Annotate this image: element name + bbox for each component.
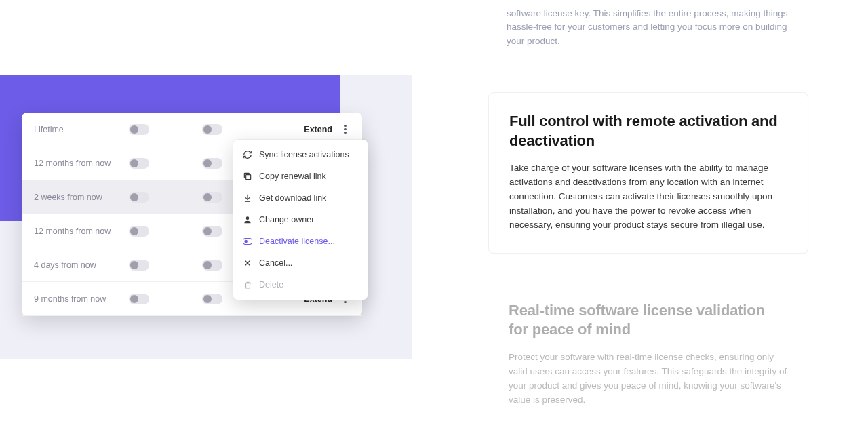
more-options-icon[interactable] <box>340 125 350 134</box>
menu-item-label: Get download link <box>259 193 326 203</box>
extend-button[interactable]: Extend <box>304 125 332 134</box>
toggle-switch[interactable] <box>202 260 222 271</box>
license-duration-label: Lifetime <box>34 125 129 134</box>
trash-icon <box>243 280 252 290</box>
menu-item-label: Cancel... <box>259 258 292 268</box>
menu-item-label: Delete <box>259 280 283 290</box>
toggle-switch[interactable] <box>202 124 222 135</box>
toggle-switch[interactable] <box>129 226 149 237</box>
toggle-switch[interactable] <box>129 294 149 304</box>
svg-rect-0 <box>246 175 251 180</box>
feature-descriptions: Full control with remote activation and … <box>488 92 808 408</box>
feature-card-realtime-validation: Real-time software license validation fo… <box>488 301 808 408</box>
menu-cancel[interactable]: Cancel... <box>233 252 368 274</box>
toggle-switch[interactable] <box>202 226 222 237</box>
menu-delete[interactable]: Delete <box>233 274 368 296</box>
license-duration-label: 2 weeks from now <box>34 193 129 202</box>
toggle-switch[interactable] <box>202 158 222 169</box>
svg-point-3 <box>244 240 248 243</box>
toggle-switch[interactable] <box>202 294 222 304</box>
illustration-background: Lifetime Extend 12 months from now 2 wee… <box>0 75 412 359</box>
license-list-card: Lifetime Extend 12 months from now 2 wee… <box>22 113 362 316</box>
context-menu: Sync license activations Copy renewal li… <box>233 140 368 300</box>
toggle-switch[interactable] <box>129 124 149 135</box>
toggle-switch[interactable] <box>129 260 149 271</box>
menu-sync-activations[interactable]: Sync license activations <box>233 144 368 165</box>
menu-item-label: Copy renewal link <box>259 172 326 181</box>
close-icon <box>243 258 252 268</box>
intro-paragraph-fragment: software license key. This simplifies th… <box>507 7 791 48</box>
feature-card-remote-activation: Full control with remote activation and … <box>488 92 808 254</box>
feature-title: Real-time software license validation fo… <box>509 301 788 340</box>
menu-item-label: Deactivate license... <box>259 237 335 246</box>
license-duration-label: 12 months from now <box>34 159 129 168</box>
download-icon <box>243 193 252 203</box>
menu-copy-renewal[interactable]: Copy renewal link <box>233 165 368 187</box>
toggle-switch[interactable] <box>202 192 222 203</box>
feature-title: Full control with remote activation and … <box>509 112 787 151</box>
menu-item-label: Sync license activations <box>259 150 349 159</box>
svg-point-1 <box>246 216 250 220</box>
menu-change-owner[interactable]: Change owner <box>233 209 368 231</box>
menu-deactivate-license[interactable]: Deactivate license... <box>233 231 368 252</box>
toggle-switch[interactable] <box>129 192 149 203</box>
user-icon <box>243 215 252 224</box>
license-duration-label: 4 days from now <box>34 260 129 270</box>
sync-icon <box>243 150 252 159</box>
toggle-switch[interactable] <box>129 158 149 169</box>
menu-item-label: Change owner <box>259 215 314 224</box>
license-duration-label: 12 months from now <box>34 226 129 236</box>
menu-download-link[interactable]: Get download link <box>233 187 368 209</box>
feature-body: Take charge of your software licenses wi… <box>509 161 787 233</box>
feature-body: Protect your software with real-time lic… <box>509 351 788 408</box>
license-duration-label: 9 months from now <box>34 294 129 304</box>
copy-icon <box>243 172 252 181</box>
toggle-icon <box>243 237 252 246</box>
